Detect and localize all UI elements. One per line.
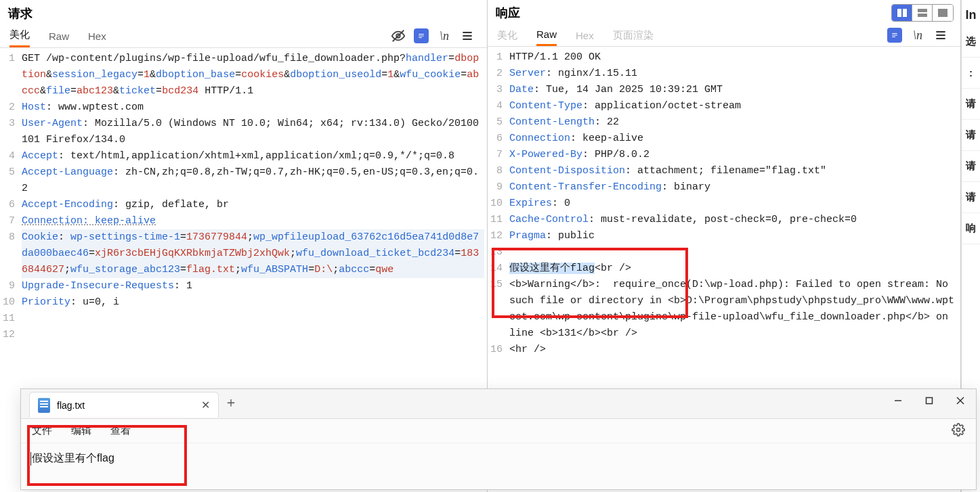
menu-view[interactable]: 查看 bbox=[110, 424, 131, 437]
wrap-text-icon[interactable] bbox=[887, 28, 902, 43]
menu-file[interactable]: 文件 bbox=[32, 424, 52, 437]
svg-rect-11 bbox=[918, 14, 927, 17]
code-line: Accept-Encoding: gzip, deflate, br bbox=[22, 197, 484, 213]
inspector-title: In bbox=[962, 4, 980, 26]
code-line: Connection: keep-alive bbox=[509, 131, 958, 147]
code-line: <hr /> bbox=[509, 342, 958, 358]
notepad-window: flag.txt ✕ ＋ 文件 编辑 查看 假设这里有个flag bbox=[20, 388, 977, 490]
sidebar-item[interactable]: 请 bbox=[962, 182, 980, 213]
sidebar-item[interactable]: 请 bbox=[962, 151, 980, 182]
new-tab-button[interactable]: ＋ bbox=[219, 393, 243, 411]
request-tabs: 美化 Raw Hex \n bbox=[0, 24, 487, 48]
code-line: 假设这里有个flag<br /> bbox=[509, 261, 958, 277]
code-line: Cache-Control: must-revalidate, post-che… bbox=[509, 212, 958, 228]
menu-edit[interactable]: 编辑 bbox=[71, 424, 91, 437]
tab-hex-resp[interactable]: Hex bbox=[576, 26, 594, 45]
code-line: Accept-Language: zh-CN,zh;q=0.8,zh-TW;q=… bbox=[22, 164, 484, 197]
tab-hex[interactable]: Hex bbox=[88, 26, 106, 46]
tab-raw[interactable]: Raw bbox=[49, 26, 69, 46]
layout-rows-icon[interactable] bbox=[912, 5, 933, 21]
code-line: Date: Tue, 14 Jan 2025 10:39:21 GMT bbox=[509, 82, 958, 98]
layout-columns-icon[interactable] bbox=[892, 5, 912, 21]
notepad-file-icon bbox=[38, 398, 50, 413]
maximize-button[interactable] bbox=[914, 389, 945, 412]
minimize-button[interactable] bbox=[882, 389, 914, 412]
svg-rect-8 bbox=[897, 9, 901, 17]
code-line: Expires: 0 bbox=[509, 196, 958, 212]
svg-point-23 bbox=[957, 428, 960, 432]
close-tab-icon[interactable]: ✕ bbox=[201, 399, 210, 411]
layout-single-icon[interactable] bbox=[933, 5, 953, 21]
code-line bbox=[509, 244, 958, 261]
code-line: Connection: keep-alive bbox=[22, 213, 484, 229]
notepad-content[interactable]: 假设这里有个flag bbox=[21, 443, 976, 489]
code-line: Cookie: wp-settings-time-1=1736779844;wp… bbox=[22, 229, 484, 278]
code-line: Content-Transfer-Encoding: binary bbox=[509, 179, 958, 196]
code-line: Upgrade-Insecure-Requests: 1 bbox=[22, 278, 484, 294]
newline-icon[interactable]: \n bbox=[437, 28, 452, 43]
sidebar-item[interactable]: : bbox=[962, 58, 980, 89]
tab-pretty-resp[interactable]: 美化 bbox=[497, 25, 517, 46]
code-line: Server: nginx/1.15.11 bbox=[509, 66, 958, 82]
code-line: GET /wp-content/plugins/wp-file-upload/w… bbox=[22, 51, 484, 99]
notepad-titlebar[interactable]: flag.txt ✕ ＋ bbox=[21, 389, 976, 419]
sidebar-item[interactable]: 请 bbox=[962, 89, 980, 120]
code-line: Host: www.wptest.com bbox=[22, 99, 484, 116]
close-window-button[interactable] bbox=[945, 389, 976, 412]
menu-icon[interactable] bbox=[460, 28, 475, 43]
response-title: 响应 bbox=[496, 5, 891, 21]
tab-render-resp[interactable]: 页面渲染 bbox=[613, 25, 654, 46]
tab-raw-resp[interactable]: Raw bbox=[536, 24, 557, 46]
code-line: Accept: text/html,application/xhtml+xml,… bbox=[22, 148, 484, 164]
notepad-menubar: 文件 编辑 查看 bbox=[21, 419, 976, 443]
sidebar-item[interactable]: 请 bbox=[962, 120, 980, 151]
code-line: Content-Disposition: attachment; filenam… bbox=[509, 163, 958, 179]
code-line: Pragma: public bbox=[509, 228, 958, 244]
code-line: <b>Warning</b>: require_once(D:\wp-load.… bbox=[509, 277, 958, 342]
code-line: X-Powered-By: PHP/8.0.2 bbox=[509, 147, 958, 163]
svg-rect-10 bbox=[918, 9, 927, 12]
sidebar-item[interactable]: 选 bbox=[962, 26, 980, 58]
sidebar-item[interactable]: 响 bbox=[962, 213, 980, 244]
code-line: HTTP/1.1 200 OK bbox=[509, 49, 958, 66]
code-line: Content-Length: 22 bbox=[509, 114, 958, 131]
menu-icon[interactable] bbox=[933, 28, 948, 43]
newline-icon[interactable]: \n bbox=[910, 28, 925, 43]
notepad-tab-title: flag.txt bbox=[57, 400, 85, 411]
code-line bbox=[22, 311, 484, 327]
svg-rect-20 bbox=[926, 398, 933, 404]
wrap-text-icon[interactable] bbox=[414, 28, 429, 43]
notepad-tab[interactable]: flag.txt ✕ bbox=[29, 392, 219, 418]
code-line: User-Agent: Mozilla/5.0 (Windows NT 10.0… bbox=[22, 116, 484, 148]
svg-rect-9 bbox=[903, 9, 907, 17]
code-line bbox=[22, 327, 484, 343]
notepad-text: 假设这里有个flag bbox=[32, 452, 114, 464]
request-title: 请求 bbox=[8, 5, 483, 22]
visibility-off-icon[interactable] bbox=[391, 28, 406, 43]
settings-icon[interactable] bbox=[952, 423, 965, 439]
response-tabs: 美化 Raw Hex 页面渲染 \n bbox=[488, 24, 960, 47]
code-line: Priority: u=0, i bbox=[22, 294, 484, 311]
view-layout-buttons bbox=[891, 4, 954, 22]
svg-rect-12 bbox=[938, 9, 947, 17]
code-line: Content-Type: application/octet-stream bbox=[509, 98, 958, 114]
tab-pretty[interactable]: 美化 bbox=[9, 24, 30, 47]
